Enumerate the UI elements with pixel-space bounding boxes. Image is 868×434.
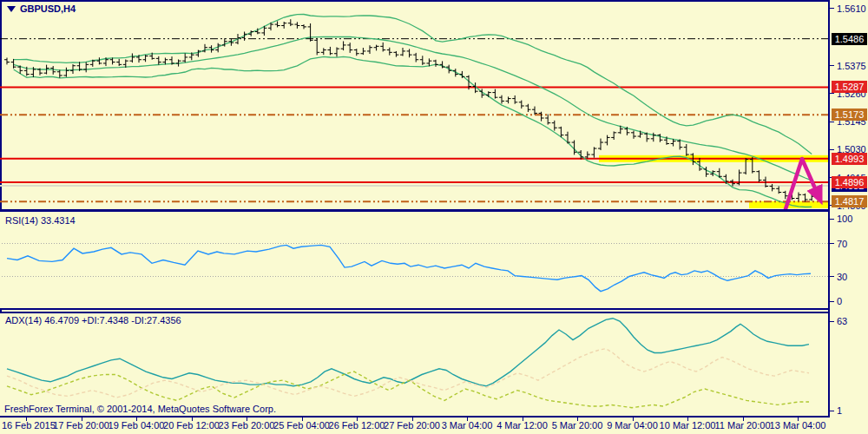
symbol-timeframe-label: GBPUSD,H4	[20, 3, 76, 14]
price-level-badge: 1.5486	[832, 33, 867, 45]
adx-indicator-label: ADX(14) 46.4709 +DI:7.4348 -DI:27.4356	[5, 315, 181, 326]
adx-scale-tick	[830, 321, 834, 322]
terminal-copyright: FreshForex Terminal, © 2001-2014, MetaQu…	[4, 404, 276, 414]
rsi-scale-label: 70	[837, 239, 847, 249]
rsi-scale-label: 30	[837, 272, 847, 282]
trading-terminal-window: GBPUSD,H4 RSI(14) 33.4314 ADX(14) 46.470…	[0, 0, 868, 434]
price-level-badge: 1.4896	[832, 176, 867, 188]
price-level-badge: 1.4993	[832, 153, 867, 165]
adx-line	[7, 319, 809, 386]
rsi-scale-label: 0	[837, 296, 842, 306]
price-tick-label: 1.5375	[837, 61, 866, 71]
price-tick-mark	[830, 8, 834, 9]
rsi-scale-tick	[830, 301, 834, 302]
plus-di-line	[7, 372, 809, 408]
price-level-badge: 1.5173	[832, 108, 867, 121]
adx-scale-tick	[830, 411, 834, 411]
price-tick-mark	[830, 149, 834, 150]
adx-scale-label: 63	[837, 316, 847, 326]
rsi-scale-tick	[830, 243, 834, 244]
rsi-indicator-label: RSI(14) 33.4314	[5, 215, 76, 226]
symbol-selector[interactable]: GBPUSD,H4	[7, 3, 76, 14]
price-scale[interactable]: 1.56101.53751.52601.51451.50301.49151.48…	[830, 0, 868, 416]
price-tick-label: 1.5610	[837, 3, 866, 14]
price-tick-mark	[830, 122, 834, 122]
price-tick-mark	[830, 65, 834, 66]
price-tick-mark	[830, 93, 834, 94]
price-level-badge: 1.4817	[832, 195, 867, 207]
chevron-down-icon	[7, 6, 16, 12]
adx-scale-label: 1	[837, 405, 842, 416]
adx-canvas[interactable]	[0, 0, 828, 434]
price-level-badge: 1.5287	[832, 81, 867, 93]
rsi-scale-tick	[830, 276, 834, 277]
minus-di-line	[7, 349, 809, 398]
rsi-scale-tick	[830, 219, 834, 220]
rsi-scale-label: 100	[837, 214, 852, 224]
